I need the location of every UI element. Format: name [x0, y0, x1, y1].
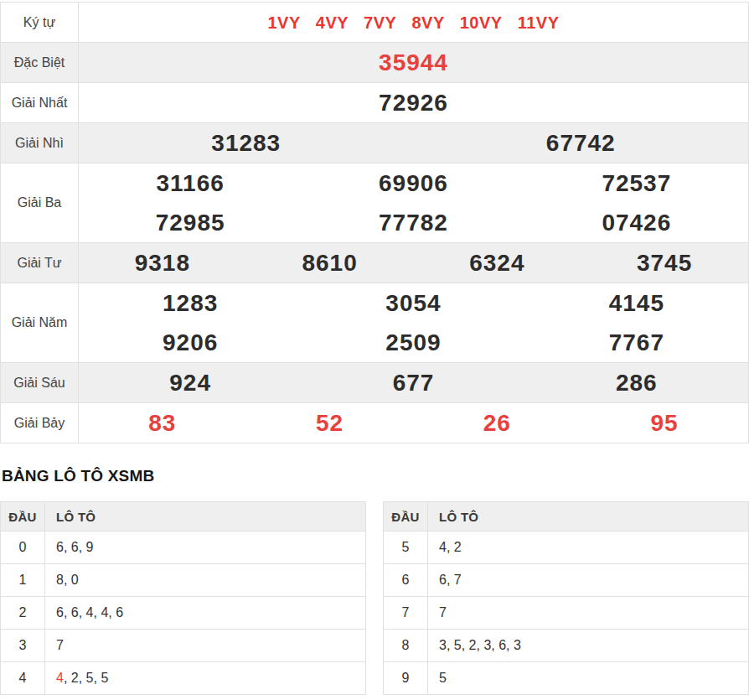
prize-row: Giải Tư9318861063243745: [1, 243, 749, 283]
col-header-dau: ĐẦU: [1, 502, 45, 531]
prize-value: 9318: [79, 251, 246, 275]
loto-value: 2: [454, 540, 462, 554]
loto-value: 6: [498, 638, 506, 652]
loto-value: 7: [454, 573, 462, 587]
prize-value: 77782: [302, 211, 524, 235]
prize-row: Ký tự1VY4VY7VY8VY10VY11VY: [1, 3, 749, 43]
kytu-value: 4VY: [316, 14, 349, 31]
prize-values: 1VY4VY7VY8VY10VY11VY: [79, 3, 749, 43]
loto-value: 7: [56, 638, 64, 652]
loto-values: 5: [428, 662, 749, 695]
loto-value: 0: [71, 573, 79, 587]
prize-row: Đặc Biệt35944: [1, 43, 749, 83]
loto-value: 6: [56, 540, 64, 554]
prize-label: Giải Sáu: [1, 363, 79, 403]
prize-row: Giải Năm128330544145920625097767: [1, 283, 749, 363]
loto-value: 6: [71, 605, 79, 620]
kytu-value: 7VY: [364, 14, 396, 31]
loto-value: 4: [101, 605, 108, 620]
loto-values: 3, 5, 2, 3, 6, 3: [428, 630, 749, 662]
loto-value: 5: [86, 671, 94, 685]
prize-value: 677: [302, 371, 524, 395]
loto-value: 6: [439, 573, 447, 587]
prize-value: 6324: [414, 251, 581, 275]
prize-line: 9318861063243745: [79, 243, 748, 283]
loto-values: 6, 6, 4, 4, 6: [45, 597, 366, 630]
loto-row: 18, 0: [1, 564, 366, 597]
loto-value: 5: [454, 638, 462, 652]
loto-dau: 4: [1, 662, 45, 695]
prize-line: 72926: [79, 83, 748, 122]
prize-value: 07426: [525, 211, 748, 235]
prize-value: 31166: [79, 172, 302, 195]
loto-row: 95: [384, 662, 749, 695]
prize-label: Giải Năm: [1, 283, 79, 363]
prize-label: Đặc Biệt: [1, 43, 79, 83]
loto-value: 2: [469, 638, 477, 652]
prize-values: 128330544145920625097767: [79, 283, 749, 363]
loto-value: 6: [116, 605, 123, 620]
prize-label: Ký tự: [1, 3, 79, 43]
prize-values: 311666990672537729857778207426: [79, 163, 749, 243]
prize-row: Giải Nhì3128367742: [1, 123, 749, 163]
prize-value: 924: [79, 371, 302, 395]
loto-header-row: ĐẦU LÔ TÔ: [1, 502, 366, 531]
loto-table-left: ĐẦU LÔ TÔ 06, 6, 918, 026, 6, 4, 4, 6374…: [0, 501, 366, 695]
prize-value: 72537: [525, 172, 748, 195]
kytu-value: 8VY: [411, 14, 444, 31]
prize-value: 72926: [79, 91, 748, 115]
loto-values: 6, 7: [428, 564, 749, 597]
prize-value: 26: [414, 412, 581, 435]
prize-line: 1VY4VY7VY8VY10VY11VY: [79, 3, 748, 42]
loto-dau: 5: [384, 531, 428, 564]
loto-row: 77: [384, 597, 749, 630]
prize-value: 52: [246, 412, 414, 435]
loto-value: 3: [514, 638, 521, 652]
prize-value: 72985: [79, 211, 302, 235]
loto-row: 44, 2, 5, 5: [1, 662, 366, 695]
loto-table-right: ĐẦU LÔ TÔ 54, 266, 77783, 5, 2, 3, 6, 39…: [383, 501, 749, 695]
prize-value: 83: [79, 412, 246, 435]
prize-table: Ký tự1VY4VY7VY8VY10VY11VYĐặc Biệt35944Gi…: [0, 2, 749, 443]
prize-value: 7767: [525, 331, 748, 355]
loto-dau: 8: [384, 630, 428, 662]
prize-value: 3054: [302, 292, 524, 315]
loto-row: 54, 2: [384, 531, 749, 564]
loto-values: 7: [45, 630, 366, 662]
loto-value: 2: [71, 671, 79, 685]
prize-label: Giải Nhì: [1, 123, 79, 163]
prize-values: 83522695: [79, 403, 749, 443]
loto-row: 83, 5, 2, 3, 6, 3: [384, 630, 749, 662]
prize-value: 1283: [79, 292, 302, 315]
loto-value: 3: [439, 638, 447, 652]
prize-line: 729857778207426: [79, 203, 748, 242]
loto-dau: 0: [1, 531, 45, 564]
prize-line: 128330544145: [79, 283, 748, 323]
loto-value: 5: [439, 671, 447, 685]
loto-tables: ĐẦU LÔ TÔ 06, 6, 918, 026, 6, 4, 4, 6374…: [0, 501, 749, 695]
prize-line: 920625097767: [79, 323, 748, 362]
prize-value: 2509: [302, 331, 524, 355]
prize-line: 3128367742: [79, 123, 748, 163]
prize-value: 31283: [79, 132, 414, 155]
prize-value: 67742: [414, 132, 749, 155]
loto-row: 06, 6, 9: [1, 531, 366, 564]
loto-dau: 2: [1, 597, 45, 630]
loto-value: 6: [71, 540, 79, 554]
loto-value: 4: [86, 605, 94, 620]
prize-value: 35944: [79, 51, 748, 75]
loto-row: 26, 6, 4, 4, 6: [1, 597, 366, 630]
kytu-value: 1VY: [267, 14, 300, 31]
kytu-value: 11VY: [518, 14, 560, 31]
prize-row: Giải Ba311666990672537729857778207426: [1, 163, 749, 243]
loto-dau: 1: [1, 564, 45, 597]
loto-dau: 3: [1, 630, 45, 662]
loto-dau: 7: [384, 597, 428, 630]
xsmb-results-page: Ký tự1VY4VY7VY8VY10VY11VYĐặc Biệt35944Gi…: [0, 2, 749, 695]
prize-label: Giải Ba: [1, 163, 79, 243]
prize-label: Giải Nhất: [1, 83, 79, 123]
prize-label: Giải Tư: [1, 243, 79, 283]
prize-values: 9318861063243745: [79, 243, 749, 283]
loto-heading: BẢNG LÔ TÔ XSMB: [2, 467, 749, 485]
prize-value: 9206: [79, 331, 302, 355]
